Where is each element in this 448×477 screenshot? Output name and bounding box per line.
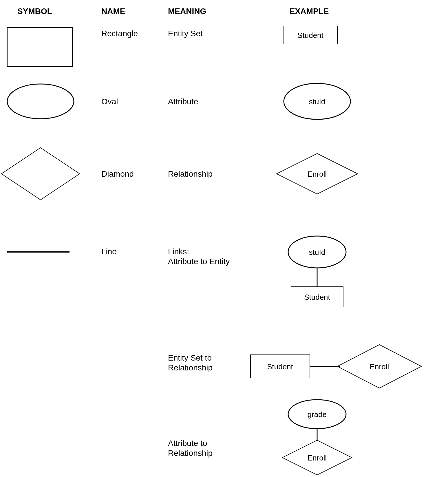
example-relationship-enroll: Enroll <box>277 153 358 194</box>
svg-text:Enroll: Enroll <box>308 170 327 178</box>
svg-text:stuId: stuId <box>309 97 325 106</box>
header-name: NAME <box>101 7 125 16</box>
symbol-diamond <box>1 148 80 200</box>
example-entity-student: Student <box>284 26 337 44</box>
svg-text:grade: grade <box>308 410 327 419</box>
row3-meaning: Relationship <box>168 169 213 178</box>
row1-meaning: Entity Set <box>168 29 203 38</box>
row1-name: Rectangle <box>101 29 138 38</box>
svg-text:Enroll: Enroll <box>308 454 327 462</box>
example-attribute-stuid: stuId <box>284 83 350 119</box>
example-attribute-to-entity: stuId Student <box>288 236 346 307</box>
row2-name: Oval <box>101 97 118 106</box>
er-symbols-diagram: SYMBOL NAME MEANING EXAMPLE Rectangle En… <box>0 0 448 477</box>
header-example: EXAMPLE <box>290 7 329 16</box>
row6-meaning: Attribute to Relationship <box>168 439 213 458</box>
svg-text:Enroll: Enroll <box>370 362 389 371</box>
symbol-rectangle <box>7 28 72 67</box>
row5-meaning: Entity Set to Relationship <box>168 353 214 372</box>
header-symbol: SYMBOL <box>17 7 52 16</box>
row4-meaning: Links: Attribute to Entity <box>168 247 230 266</box>
example-attribute-to-relationship: grade Enroll <box>282 400 352 475</box>
row4-name: Line <box>101 247 117 256</box>
example-entity-to-relationship: Student Enroll <box>250 345 421 388</box>
svg-text:Student: Student <box>297 31 323 40</box>
svg-text:stuId: stuId <box>309 248 325 257</box>
header-meaning: MEANING <box>168 7 206 16</box>
symbol-oval <box>7 84 74 119</box>
svg-text:Student: Student <box>304 293 330 301</box>
svg-text:Student: Student <box>267 362 293 371</box>
row3-name: Diamond <box>101 169 134 178</box>
row2-meaning: Attribute <box>168 97 198 106</box>
